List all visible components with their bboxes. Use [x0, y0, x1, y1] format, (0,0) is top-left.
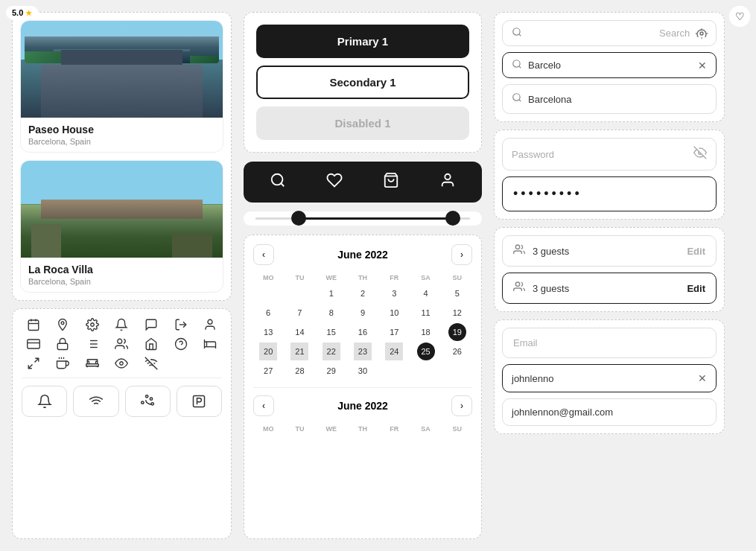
password-dots-row[interactable]: ••••••••• — [502, 176, 717, 211]
cal-day-7[interactable]: 7 — [290, 304, 308, 322]
left-column: 4.9 ★ ♡ Paseo House Barcelona, Spain — [12, 12, 232, 539]
cal-day-29[interactable]: 29 — [323, 362, 340, 380]
search-input-default[interactable] — [528, 28, 653, 39]
cal-day-14[interactable]: 14 — [290, 323, 308, 341]
cal-day-25[interactable]: 25 — [417, 343, 435, 360]
svg-line-21 — [28, 365, 32, 369]
cal-day-8[interactable]: 8 — [323, 304, 340, 322]
chat-icon[interactable] — [139, 318, 163, 331]
cal-day-12[interactable]: 12 — [448, 304, 466, 322]
calendar-icon[interactable] — [22, 318, 45, 331]
search-suggestion-row[interactable]: Barcelona — [502, 84, 717, 114]
svg-point-40 — [700, 32, 703, 35]
email-clear-btn[interactable]: ✕ — [698, 372, 707, 384]
cal-day-6[interactable]: 6 — [259, 304, 277, 322]
home-icon[interactable] — [139, 337, 163, 351]
email-suggestion-row[interactable]: johnlennon@gmail.com — [502, 398, 717, 426]
filter-button[interactable] — [696, 28, 708, 39]
cal-day-26[interactable]: 26 — [448, 343, 466, 360]
search-clear-btn[interactable]: ✕ — [698, 60, 707, 71]
slider-thumb-right[interactable] — [445, 211, 460, 226]
paws-box-icon[interactable] — [125, 386, 171, 417]
cal-day-24[interactable]: 24 — [385, 343, 403, 360]
cal-day-9[interactable]: 9 — [354, 304, 372, 322]
svg-rect-8 — [28, 340, 40, 348]
parking-box-icon[interactable] — [177, 386, 222, 417]
property-card-1[interactable]: 4.9 ★ ♡ Paseo House Barcelona, Spain — [20, 20, 223, 153]
middle-column: Primary 1 Secondary 1 Disabled 1 — [244, 12, 482, 539]
cal-day-2[interactable]: 2 — [354, 284, 372, 302]
slider-thumb-left[interactable] — [291, 211, 306, 226]
password-placeholder-row[interactable]: Password — [502, 138, 717, 171]
guest-row-2[interactable]: 3 guests Edit — [502, 273, 717, 304]
tab-profile[interactable] — [431, 168, 465, 197]
email-input-row[interactable]: johnlenno ✕ — [502, 364, 717, 392]
cal-day-22[interactable]: 22 — [323, 343, 340, 360]
bell-box-icon[interactable] — [22, 386, 67, 417]
cal-day-28[interactable]: 28 — [290, 362, 308, 380]
email-placeholder-text: Email — [513, 337, 538, 348]
icons-bottom-row — [22, 378, 222, 417]
cal-day-30[interactable]: 30 — [354, 362, 372, 380]
cal-day-5[interactable]: 5 — [448, 284, 466, 302]
cal-day-20[interactable]: 20 — [259, 343, 277, 360]
eye-off-btn[interactable] — [693, 146, 707, 162]
eye-icon[interactable] — [110, 357, 134, 370]
cal-day-4[interactable]: 4 — [417, 284, 435, 302]
search-row-active[interactable]: Barcelo ✕ — [502, 52, 717, 78]
lock-icon[interactable] — [51, 337, 75, 351]
cal-day-15[interactable]: 15 — [323, 323, 340, 341]
svg-line-42 — [519, 66, 521, 69]
cal-day-27[interactable]: 27 — [259, 362, 277, 380]
sofa-icon[interactable] — [80, 357, 104, 370]
svg-point-43 — [513, 94, 520, 101]
cal-day-19[interactable]: 19 — [448, 323, 466, 341]
wifi-icon[interactable] — [139, 357, 163, 370]
cal-divider — [253, 387, 472, 388]
cal-next-btn-2[interactable]: › — [451, 395, 472, 416]
cal-prev-btn-2[interactable]: ‹ — [253, 395, 274, 416]
cal-day-3[interactable]: 3 — [385, 284, 403, 302]
cal-day-10[interactable]: 10 — [385, 304, 403, 322]
edit-btn-2[interactable]: Edit — [687, 283, 705, 294]
property-info-2: La Roca Villa Barcelona, Spain — [21, 258, 223, 292]
cal-day-23[interactable]: 23 — [354, 343, 372, 360]
email-placeholder-row[interactable]: Email — [502, 328, 717, 358]
tab-favorites[interactable] — [317, 168, 352, 197]
list-icon[interactable] — [80, 337, 104, 351]
cal-day-16[interactable]: 16 — [354, 323, 372, 341]
help-icon[interactable] — [169, 337, 193, 351]
group-icon[interactable] — [110, 337, 134, 351]
search-row-default[interactable]: Search — [502, 20, 717, 46]
tab-search[interactable] — [261, 168, 295, 197]
cal-day-1[interactable]: 1 — [323, 284, 340, 302]
settings-icon[interactable] — [80, 318, 104, 331]
tab-bag[interactable] — [374, 168, 408, 197]
cal-day-21[interactable]: 21 — [290, 343, 308, 360]
cal-day-17[interactable]: 17 — [385, 323, 403, 341]
bell-icon[interactable] — [110, 318, 134, 331]
right-column: Search Barcelo ✕ Barcelona — [494, 12, 725, 539]
cal-day-11[interactable]: 11 — [417, 304, 435, 322]
edit-btn-1[interactable]: Edit — [687, 246, 705, 257]
cal-day-18[interactable]: 18 — [417, 323, 435, 341]
user-icon[interactable] — [198, 318, 222, 331]
door-icon[interactable] — [169, 318, 193, 331]
svg-point-41 — [513, 60, 520, 67]
primary-button[interactable]: Primary 1 — [256, 25, 469, 58]
guest-row-1[interactable]: 3 guests Edit — [502, 235, 717, 267]
location-icon[interactable] — [51, 318, 75, 331]
cal-prev-btn-1[interactable]: ‹ — [253, 244, 274, 265]
maximize-icon[interactable] — [22, 357, 45, 370]
coffee-icon[interactable] — [51, 357, 75, 370]
buttons-panel: Primary 1 Secondary 1 Disabled 1 — [244, 12, 482, 153]
cal-day-13[interactable]: 13 — [259, 323, 277, 341]
email-panel: Email johnlenno ✕ johnlennon@gmail.com — [494, 319, 725, 434]
svg-line-39 — [519, 34, 521, 36]
bed-icon[interactable] — [198, 337, 222, 351]
wifi-box-icon[interactable] — [73, 386, 118, 417]
property-card-2[interactable]: 5.0 ★ ♡ La Roca Villa Barcelona, Spain — [20, 160, 223, 293]
cal-next-btn-1[interactable]: › — [451, 244, 472, 265]
card-icon[interactable] — [22, 337, 45, 351]
secondary-button[interactable]: Secondary 1 — [256, 66, 469, 99]
